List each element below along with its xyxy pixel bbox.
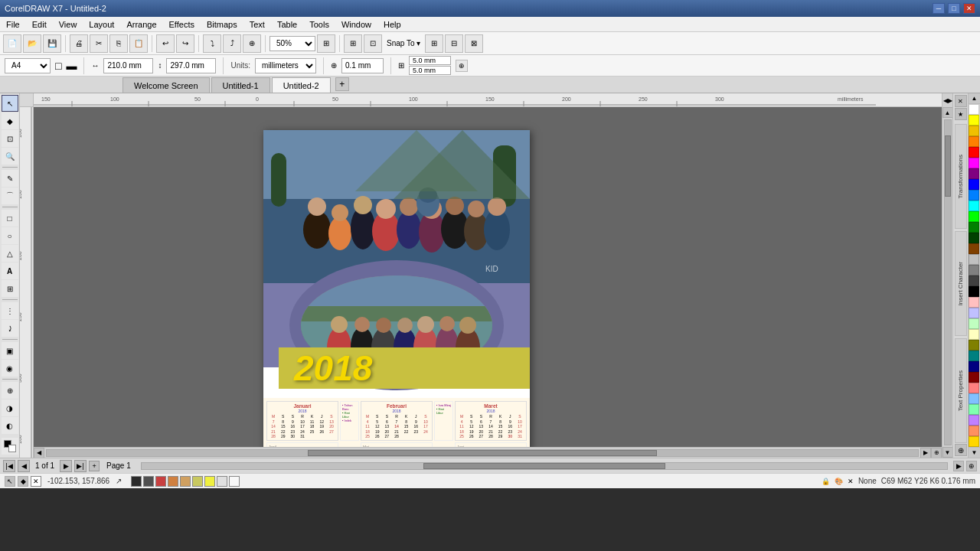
vertical-scrollbar[interactable]: ▲ ▼ [942, 107, 952, 458]
swatch-mint[interactable] [969, 404, 979, 415]
tool-smart-draw[interactable]: ⌒ [2, 187, 18, 204]
scroll-down-button[interactable]: ▼ [942, 447, 953, 458]
nudge-input[interactable] [341, 58, 384, 73]
save-button[interactable]: 💾 [43, 34, 61, 53]
swatch-darkgray[interactable] [969, 276, 979, 286]
new-button[interactable]: 📄 [3, 34, 21, 53]
color-swatch-8[interactable] [217, 476, 227, 487]
view-mode-button[interactable]: ⊟ [445, 34, 463, 53]
swatch-purple[interactable] [969, 168, 979, 179]
docker-tab-insert-character[interactable]: Insert Character [955, 231, 967, 336]
scroll-up-button[interactable]: ▲ [942, 107, 953, 118]
menu-layout[interactable]: Layout [83, 17, 120, 31]
swatch-yellow2[interactable] [969, 126, 979, 136]
tool-colorswitch[interactable] [2, 438, 18, 455]
tool-zoom[interactable]: 🔍 [2, 148, 18, 165]
tool-pick[interactable]: ↖ [2, 95, 18, 112]
copy-button[interactable]: ⎘ [109, 34, 128, 53]
scroll-right-button[interactable]: ▶ [920, 448, 931, 458]
paste-button[interactable]: 📋 [129, 34, 148, 53]
paper-size-select[interactable]: A4 A3 Letter [5, 58, 51, 73]
fill-color-swatch[interactable] [131, 476, 142, 487]
swatch-lightblue[interactable] [969, 308, 979, 318]
open-button[interactable]: 📂 [23, 34, 41, 53]
edit-grid-button[interactable]: ⊕ [456, 60, 468, 72]
tool-shadow[interactable]: ◑ [2, 399, 18, 416]
display-quality-button[interactable]: ⊠ [465, 34, 483, 53]
close-button[interactable]: ✕ [963, 3, 975, 14]
view-options-button[interactable]: ⊞ [425, 34, 443, 53]
menu-effects[interactable]: Effects [163, 17, 201, 31]
stroke-color-swatch[interactable] [143, 476, 154, 487]
canvas-content[interactable]: KID [34, 107, 942, 447]
print-button[interactable]: 🖨 [70, 34, 88, 53]
document-page[interactable]: KID [263, 130, 530, 447]
color-swatch-7[interactable] [204, 476, 215, 487]
page-tab[interactable]: Page 1 [102, 461, 136, 470]
swatch-brown[interactable] [969, 243, 979, 254]
first-page-button[interactable]: |◀ [3, 460, 15, 472]
swatch-skyblue[interactable] [969, 393, 979, 404]
undo-button[interactable]: ↩ [156, 34, 175, 53]
docker-close[interactable]: ✕ [955, 95, 967, 107]
tool-interactive[interactable]: ⊕ [2, 382, 18, 399]
swatch-gray2[interactable] [969, 265, 979, 276]
snap-y-input[interactable] [409, 66, 451, 75]
swatch-teal[interactable] [969, 350, 979, 361]
next-page-button[interactable]: ▶ [60, 460, 72, 472]
page-height-input[interactable] [166, 58, 216, 73]
zoom-fit-button[interactable]: ⊞ [317, 34, 335, 53]
swatch-lavender[interactable] [969, 415, 979, 425]
scroll-end-button[interactable]: ▶ [953, 461, 964, 471]
prev-page-button[interactable]: ◀ [18, 460, 30, 472]
swatch-gray1[interactable] [969, 254, 979, 265]
color-swatch-6[interactable] [192, 476, 203, 487]
minimize-button[interactable]: ─ [933, 3, 945, 14]
scroll-right-arrows[interactable]: ◀▶ [942, 93, 952, 107]
page-hscroll-thumb[interactable] [423, 463, 665, 469]
node-edit-status[interactable]: ◆ [18, 476, 28, 487]
add-page-button[interactable]: + [89, 461, 100, 471]
units-select[interactable]: millimeters inches pixels [255, 58, 316, 73]
cut-button[interactable]: ✂ [90, 34, 108, 53]
scroll-thumb-v[interactable] [945, 135, 951, 197]
color-swatch-3[interactable] [155, 476, 166, 487]
docker-tab-text-properties[interactable]: Text Properties [955, 338, 967, 443]
palette-scroll-down[interactable]: ▼ [969, 447, 980, 458]
tool-table[interactable]: ⊞ [2, 280, 18, 297]
menu-view[interactable]: View [53, 17, 83, 31]
tool-polygon[interactable]: △ [2, 245, 18, 262]
export-button[interactable]: ⤴ [223, 34, 241, 53]
menu-table[interactable]: Table [271, 17, 303, 31]
swatch-red[interactable] [969, 147, 979, 158]
swatch-magenta[interactable] [969, 158, 979, 168]
swatch-white[interactable] [969, 104, 979, 115]
swatch-darkgreen[interactable] [969, 233, 979, 243]
swatch-pink[interactable] [969, 297, 979, 308]
tab-untitled2[interactable]: Untitled-2 [272, 77, 331, 93]
tool-ellipse[interactable]: ○ [2, 227, 18, 244]
swatch-salmon[interactable] [969, 425, 979, 436]
menu-help[interactable]: Help [377, 17, 407, 31]
tool-connector[interactable]: ⤸ [2, 320, 18, 337]
palette-scroll-up[interactable]: ▲ [969, 93, 980, 104]
swatch-olive[interactable] [969, 340, 979, 350]
menu-tools[interactable]: Tools [303, 17, 335, 31]
swatch-blue[interactable] [969, 179, 979, 190]
tab-add-button[interactable]: + [335, 77, 349, 91]
tool-eyedrop[interactable]: ◉ [2, 360, 18, 377]
swatch-coral[interactable] [969, 383, 979, 393]
swatch-lightgreen[interactable] [969, 318, 979, 329]
color-swatch-5[interactable] [180, 476, 191, 487]
tool-shape[interactable]: ◆ [2, 112, 18, 129]
docker-star[interactable]: ★ [955, 108, 967, 120]
publish-button[interactable]: ⊕ [243, 34, 261, 53]
docker-add-button[interactable]: ⊕ [955, 444, 967, 456]
swatch-gold[interactable] [969, 436, 979, 447]
zoom-select[interactable]: 50% 100% 200% Fit Page [270, 36, 315, 51]
swatch-orange[interactable] [969, 136, 979, 147]
swatch-maroon[interactable] [969, 372, 979, 383]
redo-button[interactable]: ↪ [176, 34, 194, 53]
swatch-black[interactable] [969, 286, 979, 297]
menu-edit[interactable]: Edit [26, 17, 53, 31]
